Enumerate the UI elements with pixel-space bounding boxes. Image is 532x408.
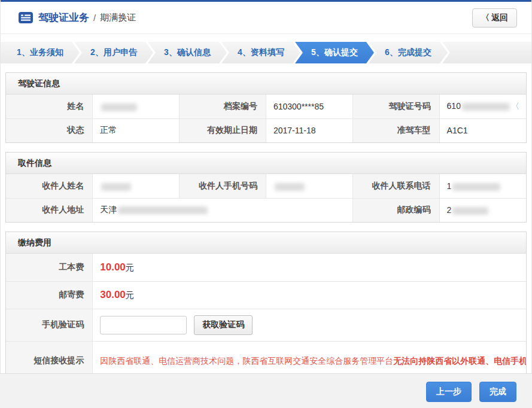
status-value: 正常 [93, 118, 180, 142]
notice-pre: 因陕西省联通、电信运营商技术问题，陕西省互联网交通安全综合服务管理平台 [100, 356, 393, 366]
previous-step-button[interactable]: 上一步 [426, 382, 472, 402]
back-label: 返回 [491, 13, 508, 22]
license-info-title: 驾驶证信息 [6, 73, 526, 95]
license-menu-icon [19, 12, 33, 23]
license-no-prefix: 610 [447, 101, 461, 111]
table-row: 手机验证码 获取验证码 [6, 309, 526, 341]
redacted-value [101, 183, 131, 191]
file-no-value: 610300****85 [266, 95, 352, 118]
table-row: 收件人姓名 收件人手机号码 收件人联系电话 1 [6, 174, 526, 198]
recipient-mobile-value [266, 174, 352, 198]
page-title: 驾驶证业务 [38, 11, 89, 25]
name-label: 姓名 [6, 95, 93, 118]
step-1-business-notice: 1、业务须知 [1, 42, 80, 63]
recipient-name-value [93, 174, 180, 198]
recipient-address-value: 天津 [93, 198, 353, 222]
postal-code-label: 邮政编码 [352, 198, 439, 222]
step-wizard: 1、业务须知 2、用户申告 3、确认信息 4、资料填写 5、确认提交 6、完成提… [1, 42, 531, 63]
postage-fee-label: 邮寄费 [6, 281, 93, 309]
back-chevron-icon: 〈 [481, 13, 490, 22]
license-no-suffix: 〈 [511, 101, 519, 111]
recipient-phone-prefix: 1 [447, 181, 452, 191]
sms-code-label: 手机验证码 [6, 309, 93, 341]
license-info-section: 驾驶证信息 姓名 档案编号 610300****85 驾驶证号码 610〈 状态… [5, 72, 527, 143]
redacted-value [118, 206, 208, 214]
recipient-name-label: 收件人姓名 [6, 174, 93, 198]
step-3-confirm-info: 3、确认信息 [148, 42, 227, 63]
recipient-address-prefix: 天津 [100, 205, 117, 214]
step-2-user-declaration: 2、用户申告 [74, 42, 153, 63]
table-row: 状态 正常 有效期止日期 2017-11-18 准驾车型 A1C1 [6, 118, 526, 142]
breadcrumb-current: 期满换证 [100, 12, 136, 23]
table-row: 姓名 档案编号 610300****85 驾驶证号码 610〈 [6, 95, 526, 118]
pickup-info-title: 取件信息 [6, 153, 526, 174]
back-button[interactable]: 〈返回 [472, 8, 517, 28]
vehicle-type-value: A1C1 [439, 118, 526, 142]
notice-emphasis: 无法向持陕西省以外联通、电信手机号码的用户发送短信 [393, 356, 526, 366]
fees-section: 缴纳费用 工本费 10.00元 邮寄费 30.00元 手机验证码 获取验证码 短… [5, 232, 527, 381]
table-row: 工本费 10.00元 [6, 254, 526, 281]
finish-button[interactable]: 完成 [479, 382, 516, 402]
production-fee-amount: 10.00 [100, 261, 126, 273]
license-info-table: 姓名 档案编号 610300****85 驾驶证号码 610〈 状态 正常 有效… [6, 95, 526, 142]
redacted-value [275, 183, 305, 191]
fees-table: 工本费 10.00元 邮寄费 30.00元 手机验证码 获取验证码 短信接收提示… [6, 254, 526, 380]
step-6-finish-submit: 6、完成提交 [369, 42, 448, 63]
redacted-value [452, 183, 500, 191]
pickup-info-section: 取件信息 收件人姓名 收件人手机号码 收件人联系电话 1 收件人地址 天津 邮政… [5, 152, 527, 223]
status-label: 状态 [6, 118, 93, 142]
get-sms-code-button[interactable]: 获取验证码 [194, 315, 253, 335]
license-no-value: 610〈 [439, 95, 526, 118]
step-4-fill-data: 4、资料填写 [221, 42, 300, 63]
redacted-value [101, 103, 137, 111]
production-fee-label: 工本费 [6, 254, 93, 281]
fees-title: 缴纳费用 [6, 232, 526, 254]
sms-code-input[interactable] [100, 316, 187, 334]
redacted-value [452, 207, 488, 215]
recipient-phone-label: 收件人联系电话 [352, 174, 439, 198]
sms-code-cell: 获取验证码 [93, 309, 526, 341]
table-row: 邮寄费 30.00元 [6, 281, 526, 309]
recipient-phone-value: 1 [439, 174, 526, 198]
file-no-label: 档案编号 [180, 95, 266, 118]
recipient-mobile-label: 收件人手机号码 [180, 174, 266, 198]
name-value [93, 95, 180, 118]
redacted-value [462, 103, 510, 111]
step-bar-filler [442, 42, 531, 63]
production-fee-value: 10.00元 [93, 254, 526, 281]
expiry-label: 有效期止日期 [180, 118, 266, 142]
breadcrumb-divider: / [93, 13, 96, 23]
expiry-value: 2017-11-18 [266, 118, 352, 142]
production-fee-unit: 元 [126, 263, 134, 272]
postal-code-value: 2 [439, 198, 526, 222]
page-header: 驾驶证业务 / 期满换证 〈返回 [1, 2, 531, 34]
footer-action-bar: 上一步 完成 [0, 373, 532, 408]
recipient-address-label: 收件人地址 [6, 198, 93, 222]
postage-fee-value: 30.00元 [93, 281, 526, 309]
vehicle-type-label: 准驾车型 [352, 118, 439, 142]
postal-code-prefix: 2 [447, 205, 452, 215]
table-row: 收件人地址 天津 邮政编码 2 [6, 198, 526, 222]
pickup-info-table: 收件人姓名 收件人手机号码 收件人联系电话 1 收件人地址 天津 邮政编码 2 [6, 174, 526, 222]
license-no-label: 驾驶证号码 [352, 95, 439, 118]
postage-fee-unit: 元 [126, 290, 134, 300]
step-5-confirm-submit-active: 5、确认提交 [295, 42, 374, 63]
postage-fee-amount: 30.00 [100, 289, 126, 300]
